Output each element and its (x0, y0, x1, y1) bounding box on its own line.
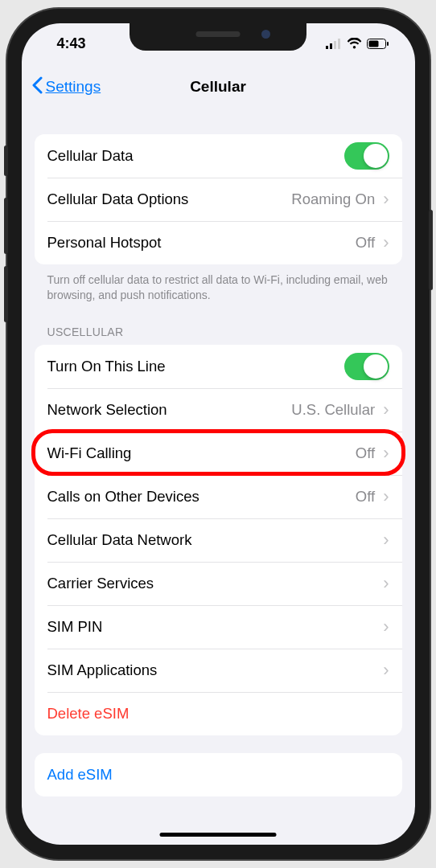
svg-rect-0 (326, 46, 328, 49)
calls-other-devices-label: Calls on Other Devices (47, 488, 356, 506)
chevron-right-icon: › (383, 661, 389, 679)
wifi-calling-label: Wi-Fi Calling (47, 444, 356, 462)
network-selection-label: Network Selection (47, 401, 292, 419)
chevron-right-icon: › (383, 401, 389, 419)
turn-on-line-label: Turn On This Line (47, 358, 344, 375)
power-button (429, 210, 433, 290)
battery-icon (367, 39, 389, 49)
chevron-right-icon: › (383, 618, 389, 636)
carrier-services-label: Carrier Services (47, 575, 384, 592)
cellular-data-options-value: Roaming On (291, 190, 375, 208)
sim-applications-label: SIM Applications (47, 661, 384, 679)
svg-rect-2 (334, 41, 336, 49)
calls-other-devices-row[interactable]: Calls on Other Devices Off › (35, 475, 402, 518)
calls-other-devices-value: Off (356, 488, 375, 506)
cellular-data-network-label: Cellular Data Network (47, 531, 384, 549)
svg-rect-5 (368, 40, 378, 47)
chevron-right-icon: › (383, 234, 389, 252)
add-esim-label: Add eSIM (47, 766, 389, 784)
delete-esim-label: Delete eSIM (47, 705, 389, 723)
nav-bar: Settings Cellular (22, 63, 415, 110)
carrier-section-header: USCELLULAR (35, 303, 402, 345)
notch (130, 23, 306, 51)
network-selection-row[interactable]: Network Selection U.S. Cellular › (35, 388, 402, 432)
home-indicator[interactable] (160, 833, 277, 837)
network-selection-value: U.S. Cellular (291, 401, 375, 419)
cellular-data-options-row[interactable]: Cellular Data Options Roaming On › (35, 178, 402, 221)
svg-rect-1 (330, 43, 332, 49)
sim-pin-row[interactable]: SIM PIN › (35, 605, 402, 649)
screen: 4:43 Settings Cellular (22, 23, 415, 845)
signal-icon (326, 39, 342, 49)
wifi-calling-value: Off (356, 444, 375, 462)
chevron-left-icon (31, 76, 43, 98)
carrier-services-row[interactable]: Carrier Services › (35, 562, 402, 605)
sim-applications-row[interactable]: SIM Applications › (35, 649, 402, 692)
status-time: 4:43 (57, 35, 86, 52)
chevron-right-icon: › (383, 575, 389, 592)
chevron-right-icon: › (383, 444, 389, 462)
chevron-right-icon: › (383, 531, 389, 549)
content: Cellular Data Cellular Data Options Roam… (22, 110, 415, 796)
group-1-footer: Turn off cellular data to restrict all d… (35, 264, 402, 303)
cellular-data-network-row[interactable]: Cellular Data Network › (35, 518, 402, 562)
settings-group-2: Turn On This Line Network Selection U.S.… (35, 345, 402, 735)
personal-hotspot-row[interactable]: Personal Hotspot Off › (35, 221, 402, 264)
back-label: Settings (46, 78, 101, 96)
sim-pin-label: SIM PIN (47, 618, 384, 636)
page-title: Cellular (190, 78, 246, 96)
volume-up (4, 198, 8, 254)
svg-rect-3 (338, 39, 340, 49)
wifi-calling-row[interactable]: Wi-Fi Calling Off › (35, 432, 402, 475)
cellular-data-row[interactable]: Cellular Data (35, 134, 402, 178)
chevron-right-icon: › (383, 488, 389, 506)
chevron-right-icon: › (383, 190, 389, 208)
back-button[interactable]: Settings (31, 76, 101, 98)
delete-esim-row[interactable]: Delete eSIM (35, 692, 402, 735)
phone-frame: 4:43 Settings Cellular (7, 9, 430, 859)
turn-on-line-toggle[interactable] (344, 353, 389, 380)
svg-rect-6 (387, 42, 389, 46)
cellular-data-toggle[interactable] (344, 142, 389, 170)
personal-hotspot-value: Off (356, 234, 375, 252)
personal-hotspot-label: Personal Hotspot (47, 234, 356, 252)
wifi-icon (347, 38, 362, 49)
add-esim-row[interactable]: Add eSIM (35, 753, 402, 796)
turn-on-line-row[interactable]: Turn On This Line (35, 345, 402, 388)
settings-group-3: Add eSIM (35, 753, 402, 796)
volume-down (4, 266, 8, 322)
settings-group-1: Cellular Data Cellular Data Options Roam… (35, 134, 402, 264)
mute-switch (4, 145, 8, 176)
cellular-data-options-label: Cellular Data Options (47, 190, 292, 208)
cellular-data-label: Cellular Data (47, 147, 344, 165)
